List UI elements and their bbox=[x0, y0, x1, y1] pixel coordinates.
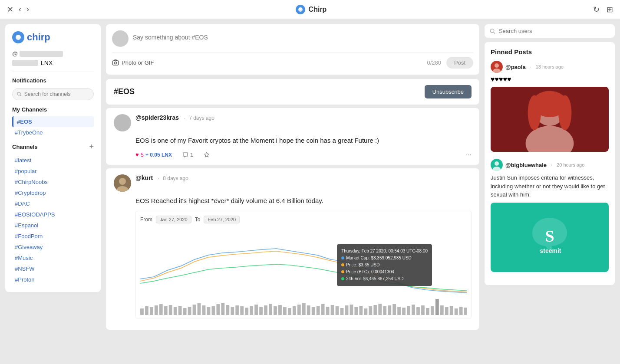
my-channel-eos[interactable]: #EOS bbox=[12, 116, 94, 127]
post-1-avatar bbox=[114, 114, 131, 131]
logo-icon bbox=[12, 31, 24, 43]
post-1-author[interactable]: @spider23kras bbox=[135, 114, 179, 121]
close-icon[interactable]: ✕ bbox=[7, 5, 13, 14]
pinned-post-2-author[interactable]: @bigbluewhale bbox=[505, 162, 547, 168]
heart-icon: ♥ bbox=[135, 151, 139, 158]
svg-rect-6 bbox=[112, 61, 119, 65]
pinned-post-1-time: 13 hours ago bbox=[536, 64, 564, 69]
to-label: To bbox=[195, 216, 201, 223]
steemit-logo-svg: S steemit bbox=[524, 211, 576, 263]
to-date[interactable]: Feb 27, 2020 bbox=[204, 216, 240, 223]
pinned-post-1-separator: · bbox=[530, 64, 531, 69]
unsubscribe-button[interactable]: Unsubscribe bbox=[425, 85, 472, 98]
svg-rect-67 bbox=[407, 306, 410, 315]
svg-rect-72 bbox=[431, 306, 434, 315]
tooltip-date: Thursday, Feb 27 2020, 00:54:03 UTC-08:0… bbox=[341, 248, 428, 255]
photo-gif-button[interactable]: Photo or GIF bbox=[112, 59, 154, 66]
user-name: LNX bbox=[12, 59, 94, 66]
svg-rect-30 bbox=[231, 307, 234, 315]
channel-foodporn[interactable]: #FoodPorn bbox=[12, 231, 94, 242]
pin-icon bbox=[204, 152, 210, 158]
notifications-label: Notifications bbox=[12, 77, 94, 84]
grid-icon[interactable]: ⊞ bbox=[607, 5, 613, 14]
channel-nsfw[interactable]: #NSFW bbox=[12, 263, 94, 274]
chart-area: Thursday, Feb 27 2020, 00:54:03 UTC-08:0… bbox=[140, 227, 467, 314]
post-2-author[interactable]: @kurt bbox=[135, 174, 153, 181]
svg-rect-62 bbox=[383, 306, 386, 315]
back-icon[interactable]: ‹ bbox=[19, 5, 21, 14]
svg-rect-77 bbox=[455, 308, 458, 315]
svg-rect-58 bbox=[364, 308, 367, 315]
channel-cryptodrop[interactable]: #Cryptodrop bbox=[12, 187, 94, 198]
topbar-left: ✕ ‹ › bbox=[7, 5, 29, 14]
svg-rect-71 bbox=[426, 308, 429, 315]
channel-espanol[interactable]: #Espanol bbox=[12, 220, 94, 231]
svg-rect-47 bbox=[312, 307, 315, 315]
compose-right: 0/280 Post bbox=[427, 57, 473, 69]
svg-point-90 bbox=[558, 95, 571, 131]
post-2-body: EOS Reached it's highest *ever* daily vo… bbox=[135, 196, 472, 206]
compose-input[interactable] bbox=[133, 30, 473, 41]
comment-icon bbox=[182, 152, 188, 158]
volume-bar-svg bbox=[140, 298, 467, 315]
svg-rect-46 bbox=[307, 305, 310, 315]
svg-point-80 bbox=[490, 29, 494, 32]
post-button[interactable]: Post bbox=[446, 57, 473, 69]
pinned-post-2-avatar bbox=[491, 159, 503, 171]
svg-rect-48 bbox=[317, 306, 320, 315]
svg-point-92 bbox=[495, 161, 499, 166]
svg-rect-33 bbox=[245, 308, 248, 315]
forward-icon[interactable]: › bbox=[26, 5, 29, 14]
svg-line-5 bbox=[20, 95, 21, 96]
channel-popular[interactable]: #popular bbox=[12, 166, 94, 177]
my-channels-list: #EOS #TrybeOne bbox=[12, 116, 94, 138]
user-info: @ LNX bbox=[12, 50, 94, 72]
post-2-meta: @kurt · 8 days ago bbox=[135, 174, 472, 181]
search-channels-container bbox=[12, 88, 94, 100]
svg-rect-68 bbox=[412, 305, 415, 315]
post-1-more-button[interactable]: ··· bbox=[466, 151, 472, 159]
post-1-pin-button[interactable] bbox=[204, 152, 210, 158]
my-channel-trybe[interactable]: #TrybeOne bbox=[12, 127, 94, 138]
post-1-actions: ♥ 5 + 0.05 LNX 1 ··· bbox=[135, 151, 472, 159]
chart-container: From Jan 27, 2020 To Feb 27, 2020 Thursd… bbox=[135, 211, 472, 318]
svg-rect-31 bbox=[235, 305, 239, 315]
chart-date-bar: From Jan 27, 2020 To Feb 27, 2020 bbox=[140, 216, 467, 223]
user-name-placeholder bbox=[12, 60, 38, 66]
svg-rect-45 bbox=[302, 303, 306, 315]
topbar-right: ↻ ⊞ bbox=[593, 5, 613, 14]
svg-rect-17 bbox=[169, 305, 172, 315]
channel-latest[interactable]: #latest bbox=[12, 155, 94, 166]
svg-point-7 bbox=[115, 62, 117, 64]
refresh-icon[interactable]: ↻ bbox=[593, 5, 600, 14]
pinned-post-1-author[interactable]: @paola bbox=[505, 64, 526, 70]
channel-dac[interactable]: #DAC bbox=[12, 198, 94, 209]
compose-box: Photo or GIF 0/280 Post bbox=[106, 24, 479, 75]
tooltip-24h-vol: 24h Vol: $6,465,887,254 USD bbox=[341, 275, 428, 282]
channel-name: #EOS bbox=[114, 87, 135, 96]
post-2-avatar bbox=[114, 174, 131, 192]
svg-rect-19 bbox=[178, 306, 182, 315]
svg-rect-23 bbox=[198, 303, 201, 315]
channel-giveaway[interactable]: #Giveaway bbox=[12, 242, 94, 253]
search-channels-input[interactable] bbox=[24, 91, 89, 97]
svg-rect-34 bbox=[250, 306, 253, 315]
pinned-post-2: @bigbluewhale · 20 hours ago Justin Sun … bbox=[491, 159, 609, 272]
search-users-input[interactable] bbox=[499, 28, 610, 34]
svg-rect-75 bbox=[445, 307, 449, 315]
channel-proton[interactable]: #Proton bbox=[12, 274, 94, 285]
add-channel-button[interactable]: + bbox=[89, 142, 94, 151]
right-panel: Pinned Posts @paola · 13 hours ago ♥♥♥♥♥ bbox=[485, 24, 615, 359]
channel-music[interactable]: #Music bbox=[12, 253, 94, 263]
pinned-post-2-time: 20 hours ago bbox=[557, 162, 584, 167]
post-1-comment-button[interactable]: 1 bbox=[182, 151, 193, 158]
svg-rect-39 bbox=[274, 306, 277, 315]
svg-rect-56 bbox=[355, 307, 358, 315]
svg-rect-49 bbox=[321, 304, 325, 315]
from-date[interactable]: Jan 27, 2020 bbox=[156, 216, 191, 223]
post-1-like-button[interactable]: ♥ 5 + 0.05 LNX bbox=[135, 151, 172, 158]
svg-text:S: S bbox=[545, 227, 554, 245]
pinned-post-1-avatar bbox=[491, 61, 503, 73]
channel-eosiodapps[interactable]: #EOSIODAPPS bbox=[12, 209, 94, 220]
channel-chirpnoobs[interactable]: #ChirpNoobs bbox=[12, 177, 94, 187]
